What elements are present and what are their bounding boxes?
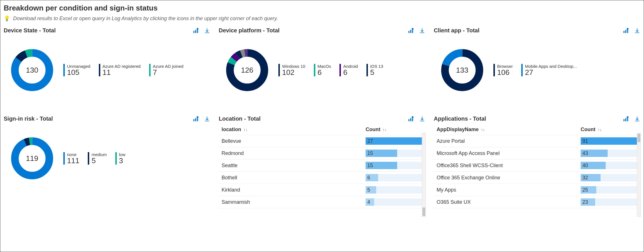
- scrollbar-thumb[interactable]: [422, 207, 425, 216]
- legend-swatch: [521, 64, 523, 76]
- svg-rect-34: [624, 119, 625, 121]
- row-count: 40: [581, 162, 637, 169]
- column-header[interactable]: Count↑↓: [581, 127, 637, 133]
- log-analytics-icon[interactable]: [623, 28, 629, 34]
- row-count-cell: 91: [581, 137, 637, 145]
- table-row[interactable]: Redmond15: [219, 147, 425, 159]
- svg-point-20: [627, 28, 628, 30]
- download-icon[interactable]: [204, 28, 210, 34]
- row-count: 91: [581, 137, 637, 145]
- row-name: Office365 Shell WCSS-Client: [437, 163, 581, 169]
- row-name: Kirkland: [222, 187, 366, 193]
- table-row[interactable]: Azure Portal91: [434, 135, 640, 147]
- log-analytics-icon[interactable]: [623, 116, 629, 122]
- table-row[interactable]: Bellevue27: [219, 135, 425, 147]
- row-count-cell: 5: [366, 186, 422, 194]
- row-name: Azure Portal: [437, 138, 581, 144]
- table-row[interactable]: Kirkland5: [219, 184, 425, 196]
- legend-item: iOS 135: [366, 64, 383, 76]
- row-name: Office 365 Exchange Online: [437, 175, 581, 181]
- bulb-icon: 💡: [4, 16, 10, 21]
- table-row[interactable]: Microsoft App Access Panel43: [434, 147, 640, 159]
- table-row[interactable]: Seattle15: [219, 159, 425, 172]
- log-analytics-icon[interactable]: [408, 28, 414, 34]
- row-count-cell: 25: [581, 186, 637, 194]
- legend-swatch: [63, 64, 65, 76]
- sort-icon[interactable]: ↑↓: [243, 127, 247, 132]
- svg-rect-8: [410, 30, 411, 33]
- legend-item: Unmanaged105: [63, 64, 90, 76]
- scrollbar-thumb[interactable]: [637, 134, 640, 142]
- row-count-cell: 4: [366, 198, 422, 206]
- sort-icon[interactable]: ↑↓: [383, 127, 387, 132]
- scrollbar[interactable]: [637, 133, 641, 217]
- table-row[interactable]: Office 365 Exchange Online32: [434, 172, 640, 184]
- applications-table: AppDisplayName↑↓Count↑↓Azure Portal91Mic…: [434, 124, 640, 208]
- donut-chart: 126: [224, 47, 270, 93]
- panel-applications: Applications - Total AppDisplayName↑↓Cou…: [434, 116, 640, 208]
- sort-icon[interactable]: ↑↓: [598, 127, 602, 132]
- row-count: 15: [366, 162, 422, 169]
- workbook-page: Breakdown per condition and sign-in stat…: [0, 0, 644, 252]
- scrollbar[interactable]: [422, 133, 426, 217]
- download-icon[interactable]: [419, 116, 425, 122]
- row-count: 6: [366, 174, 422, 181]
- table-row[interactable]: Sammamish4: [219, 196, 425, 208]
- table-row[interactable]: O365 Suite UX23: [434, 196, 640, 208]
- legend-item: Browser106: [493, 64, 513, 76]
- donut-total: 130: [9, 47, 55, 93]
- svg-point-33: [412, 116, 413, 118]
- legend-item: MacOs6: [314, 64, 331, 76]
- panel-location: Location - Total location↑↓Count↑↓Bellev…: [219, 116, 425, 208]
- column-header[interactable]: location↑↓: [222, 127, 366, 133]
- column-header[interactable]: Count↑↓: [366, 127, 422, 133]
- row-count-cell: 15: [366, 162, 422, 169]
- row-count: 43: [581, 150, 637, 157]
- legend-swatch: [149, 64, 151, 76]
- log-analytics-icon[interactable]: [408, 116, 414, 122]
- legend-value: 6: [343, 69, 358, 76]
- legend-value: 6: [318, 69, 331, 76]
- legend-value: 3: [119, 157, 126, 164]
- svg-point-10: [412, 28, 413, 30]
- download-icon[interactable]: [204, 116, 210, 122]
- log-analytics-icon[interactable]: [193, 116, 199, 122]
- panel-title: Client app - Total: [434, 27, 480, 34]
- donut-total: 133: [439, 47, 485, 93]
- table-row[interactable]: My Apps25: [434, 184, 640, 196]
- svg-rect-35: [625, 118, 626, 121]
- panel-client-app: Client app - Total 133 Browser106Mobile …: [434, 27, 640, 104]
- legend-item: none111: [63, 152, 79, 165]
- column-header[interactable]: AppDisplayName↑↓: [437, 127, 581, 133]
- panel-title: Location - Total: [219, 116, 260, 122]
- row-count: 15: [366, 150, 422, 157]
- download-icon[interactable]: [419, 28, 425, 34]
- row-count-cell: 32: [581, 174, 637, 181]
- donut-total: 119: [9, 136, 55, 181]
- sort-icon[interactable]: ↑↓: [481, 127, 485, 132]
- legend-value: 105: [67, 69, 90, 76]
- legend-swatch: [493, 64, 495, 76]
- row-name: Microsoft App Access Panel: [437, 150, 581, 156]
- row-count-cell: 27: [366, 137, 422, 145]
- panel-title: Device platform - Total: [219, 27, 280, 34]
- legend-item: low3: [115, 152, 126, 165]
- row-name: Sammamish: [222, 199, 366, 205]
- log-analytics-icon[interactable]: [193, 28, 199, 34]
- legend-value: 7: [153, 69, 184, 76]
- row-name: Redmond: [222, 150, 366, 156]
- table-row[interactable]: Bothell6: [219, 172, 425, 184]
- row-count-cell: 40: [581, 162, 637, 169]
- donut-total: 126: [224, 47, 270, 93]
- legend-item: Android6: [339, 64, 358, 76]
- table-row[interactable]: Office365 Shell WCSS-Client40: [434, 159, 640, 172]
- download-icon[interactable]: [634, 116, 640, 122]
- row-name: Bothell: [222, 175, 366, 181]
- download-icon[interactable]: [634, 28, 640, 34]
- legend-swatch: [366, 64, 368, 76]
- panel-title: Device State - Total: [4, 27, 56, 34]
- svg-rect-0: [193, 31, 195, 33]
- panel-grid: Device State - Total 130 Unmanaged105Azu…: [4, 27, 640, 208]
- donut-chart: 133: [439, 47, 485, 93]
- panel-title: Applications - Total: [434, 116, 486, 122]
